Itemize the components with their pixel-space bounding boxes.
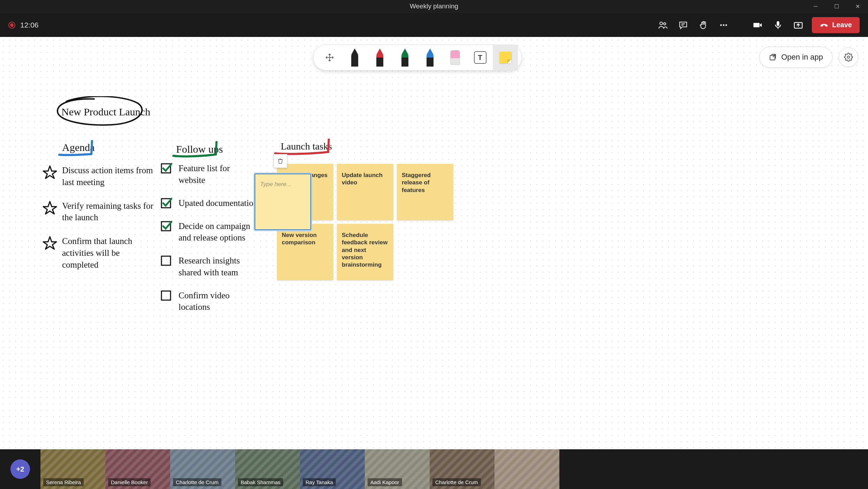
- participant-strip: +2 Serena Ribeira Danielle Booker Charlo…: [0, 449, 868, 489]
- agenda-item: Verify remaining tasks for the launch: [43, 200, 158, 224]
- participant-tile[interactable]: Danielle Booker: [105, 449, 170, 489]
- participant-tile[interactable]: [495, 449, 559, 489]
- new-sticky-note[interactable]: Type here...: [255, 174, 311, 230]
- svg-point-1: [664, 23, 666, 25]
- new-sticky-placeholder: Type here...: [260, 181, 291, 188]
- checkbox-checked-icon[interactable]: [160, 162, 172, 174]
- followups-heading: Follow ups: [176, 143, 223, 155]
- followup-item: Confirm video locations: [160, 290, 258, 313]
- sticky-note[interactable]: New version comparison: [277, 224, 333, 280]
- svg-point-4: [725, 24, 727, 26]
- move-tool[interactable]: [317, 45, 342, 70]
- agenda-item-text: Discuss action items from last meeting: [62, 165, 158, 188]
- whiteboard-canvas[interactable]: T Open in app New Product Launch Agenda …: [0, 37, 868, 449]
- agenda-item-text: Confirm that launch activities will be c…: [62, 235, 158, 270]
- sticky-note[interactable]: Schedule feedback review and next versio…: [337, 224, 393, 280]
- video-placeholder: [495, 449, 559, 489]
- followup-text: Feature list for website: [179, 162, 258, 186]
- sticky-note-text: Update launch video: [342, 172, 383, 186]
- followup-text: Confirm video locations: [179, 290, 258, 313]
- checkbox-checked-icon[interactable]: [160, 197, 172, 209]
- checkbox-checked-icon[interactable]: [160, 220, 172, 232]
- pen-green-tool[interactable]: [392, 45, 417, 70]
- followup-item: Research insights shared with team: [160, 255, 258, 278]
- participant-tile[interactable]: Charlotte de Crum: [430, 449, 495, 489]
- participant-name: Aadi Kapoor: [368, 478, 402, 486]
- sticky-note-text: Schedule feedback review and next versio…: [342, 232, 387, 268]
- settings-button[interactable]: [839, 47, 858, 67]
- minimize-button[interactable]: ─: [805, 0, 826, 13]
- agenda-item-text: Verify remaining tasks for the launch: [62, 200, 158, 224]
- participant-tile[interactable]: Ray Tanaka: [300, 449, 365, 489]
- leave-label: Leave: [832, 21, 852, 29]
- followup-item: Upated documentation: [160, 197, 258, 209]
- mic-button[interactable]: [771, 18, 785, 32]
- participant-tile[interactable]: Charlotte de Crum: [170, 449, 235, 489]
- followup-text: Upated documentation: [179, 197, 258, 209]
- titlebar: Weekly planning ─ ☐ ✕: [0, 0, 868, 13]
- pen-blue-tool[interactable]: [417, 45, 443, 70]
- svg-point-7: [847, 56, 850, 59]
- meeting-bar: 12:06 Leave: [0, 13, 868, 37]
- maximize-button[interactable]: ☐: [826, 0, 847, 13]
- followup-item: Feature list for website: [160, 162, 258, 186]
- record-icon: [8, 22, 15, 29]
- sticky-note-tool[interactable]: [493, 45, 518, 70]
- close-window-button[interactable]: ✕: [847, 0, 868, 13]
- text-tool[interactable]: T: [468, 45, 493, 70]
- svg-point-0: [660, 22, 663, 25]
- pen-black-tool[interactable]: [342, 45, 367, 70]
- agenda-item: Confirm that launch activities will be c…: [43, 235, 158, 270]
- checkbox-unchecked-icon[interactable]: [160, 255, 172, 267]
- camera-button[interactable]: [751, 18, 764, 32]
- whiteboard-title-text: New Product Launch: [61, 106, 150, 118]
- participant-name: Ray Tanaka: [303, 478, 336, 486]
- launch-tasks-heading: Launch tasks: [281, 141, 332, 152]
- share-content-button[interactable]: [792, 18, 805, 32]
- star-icon: [43, 165, 57, 179]
- trash-icon: [277, 158, 284, 165]
- open-external-icon: [769, 53, 777, 61]
- star-icon: [43, 235, 57, 250]
- pen-red-tool[interactable]: [367, 45, 392, 70]
- svg-point-3: [723, 24, 725, 26]
- sticky-note-text: Staggered release of features: [402, 172, 431, 193]
- chat-button[interactable]: [677, 18, 690, 32]
- svg-rect-12: [161, 291, 171, 300]
- hangup-icon: [820, 21, 829, 30]
- leave-button[interactable]: Leave: [812, 17, 860, 33]
- open-in-app-label: Open in app: [781, 53, 823, 62]
- overflow-participants-badge[interactable]: +2: [10, 459, 30, 479]
- svg-rect-11: [161, 256, 171, 265]
- raise-hand-button[interactable]: [697, 18, 710, 32]
- participants-button[interactable]: [656, 18, 670, 32]
- participant-name: Charlotte de Crum: [173, 478, 221, 486]
- participant-name: Danielle Booker: [108, 478, 151, 486]
- open-in-app-button[interactable]: Open in app: [759, 47, 832, 68]
- participant-tile[interactable]: Babak Shammas: [235, 449, 300, 489]
- window-controls: ─ ☐ ✕: [805, 0, 868, 13]
- participant-tile[interactable]: Aadi Kapoor: [365, 449, 430, 489]
- followup-item: Decide on campaign and release options: [160, 220, 258, 244]
- svg-point-2: [720, 24, 722, 26]
- participant-name: Babak Shammas: [238, 478, 283, 486]
- more-actions-button[interactable]: [717, 18, 730, 32]
- participant-name: Serena Ribeira: [43, 478, 84, 486]
- sticky-note[interactable]: Update launch video: [337, 164, 393, 220]
- recording-indicator: 12:06: [8, 21, 39, 29]
- recording-time: 12:06: [20, 21, 39, 29]
- gear-icon: [844, 53, 853, 62]
- whiteboard-title: New Product Launch: [52, 96, 146, 129]
- participant-tile[interactable]: Serena Ribeira: [40, 449, 105, 489]
- star-icon: [43, 200, 57, 215]
- delete-note-button[interactable]: [273, 154, 287, 168]
- sticky-note[interactable]: Staggered release of features: [397, 164, 453, 220]
- window-title: Weekly planning: [410, 2, 458, 10]
- followup-text: Research insights shared with team: [179, 255, 258, 278]
- agenda-heading: Agenda: [62, 142, 95, 153]
- checkbox-unchecked-icon[interactable]: [160, 290, 172, 301]
- agenda-item: Discuss action items from last meeting: [43, 165, 158, 188]
- followup-text: Decide on campaign and release options: [179, 220, 258, 244]
- eraser-tool[interactable]: [443, 45, 468, 70]
- sticky-note-text: New version comparison: [282, 232, 317, 246]
